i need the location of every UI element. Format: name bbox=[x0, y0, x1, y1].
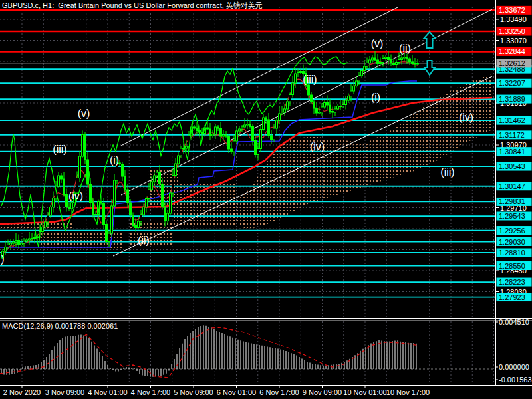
price-badge-label: 1.28223 bbox=[499, 278, 525, 286]
time-tick-label: 10 Nov 17:00 bbox=[386, 388, 430, 396]
price-badge-label: 1.32612 bbox=[499, 59, 525, 67]
price-badge-label: 1.30841 bbox=[499, 148, 525, 156]
time-tick-label: 9 Nov 09:00 bbox=[303, 388, 342, 396]
time-tick-label: 4 Nov 01:00 bbox=[88, 388, 127, 396]
price-badge-label: 1.32207 bbox=[499, 79, 525, 87]
macd-scale-label: 0.000000 bbox=[499, 363, 529, 371]
time-tick-label: 4 Nov 17:00 bbox=[131, 388, 170, 396]
price-badge-label: 1.28810 bbox=[499, 249, 525, 257]
time-tick-label: 6 Nov 17:00 bbox=[259, 388, 299, 396]
chart-window: (v)(iii)(i)(iv)(ii))(iii)(iv)(v)(ii)(i)(… bbox=[0, 0, 532, 399]
time-tick-label: 10 Nov 01:00 bbox=[343, 388, 386, 396]
price-badge-label: 1.29256 bbox=[499, 227, 525, 235]
time-tick-label: 6 Nov 01:00 bbox=[217, 388, 256, 396]
chart-title: GBPUSD.c, H1: Great Britain Pound vs US … bbox=[2, 1, 263, 11]
time-tick-label: 2 Nov 2020 bbox=[3, 388, 41, 396]
price-badge-label: 1.29543 bbox=[499, 212, 525, 220]
chart-surface[interactable] bbox=[0, 7, 495, 318]
price-tick-label: 1.33070 bbox=[500, 37, 527, 45]
macd-scale-label: -0.001563 bbox=[499, 376, 532, 384]
price-badge-label: 1.29831 bbox=[499, 198, 525, 205]
price-chart[interactable]: (v)(iii)(i)(iv)(ii))(iii)(iv)(v)(ii)(i)(… bbox=[0, 0, 532, 399]
price-badge-label: 1.33672 bbox=[499, 6, 525, 14]
price-badge-label: 1.28550 bbox=[499, 262, 525, 270]
price-badge-label: 1.30147 bbox=[499, 182, 525, 190]
price-badge-label: 1.31462 bbox=[499, 116, 525, 124]
price-badge-label: 1.30543 bbox=[499, 162, 525, 170]
price-badge-label: 1.31889 bbox=[499, 95, 525, 103]
time-tick-label: 5 Nov 09:00 bbox=[174, 388, 213, 396]
price-badge-label: 1.29030 bbox=[499, 238, 525, 246]
price-badge-label: 1.32844 bbox=[499, 47, 525, 55]
macd-scale-label: 0.004510 bbox=[499, 318, 529, 326]
price-tick-label: 1.33490 bbox=[500, 15, 527, 23]
price-badge-label: 1.33250 bbox=[499, 27, 525, 35]
time-tick-label: 3 Nov 09:00 bbox=[45, 388, 84, 396]
macd-surface[interactable] bbox=[0, 321, 495, 384]
price-badge-label: 1.27923 bbox=[499, 293, 525, 301]
macd-indicator-label: MACD(12,26,9) 0.001788 0.002061 bbox=[2, 322, 118, 330]
price-badge-label: 1.31172 bbox=[499, 131, 525, 139]
